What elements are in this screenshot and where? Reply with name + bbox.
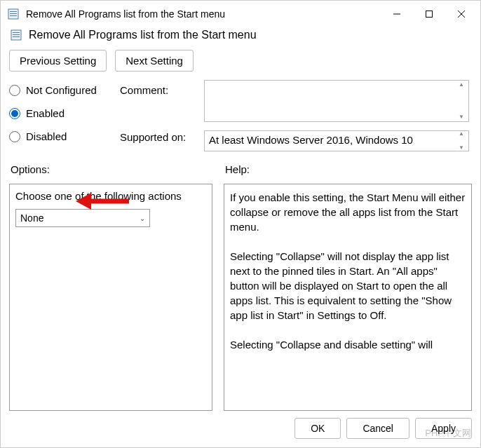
radio-not-configured[interactable]: Not Configured (9, 84, 120, 96)
footer: OK Cancel Apply (1, 411, 480, 447)
radio-enabled[interactable]: Enabled (9, 107, 120, 119)
maximize-button[interactable] (413, 3, 445, 25)
help-box: If you enable this setting, the Start Me… (224, 184, 472, 411)
help-pane: Help: If you enable this setting, the St… (224, 163, 472, 411)
scroll-down-icon[interactable]: ▼ (459, 114, 467, 120)
config-area: Not Configured Enabled Disabled Comment:… (1, 80, 480, 154)
svg-rect-5 (426, 11, 433, 18)
scroll-down-icon[interactable]: ▼ (459, 145, 467, 151)
radio-label: Enabled (26, 107, 65, 119)
ok-button[interactable]: OK (294, 418, 341, 439)
svg-rect-10 (13, 34, 20, 35)
close-button[interactable] (445, 3, 477, 25)
radio-label: Not Configured (26, 84, 97, 96)
svg-rect-9 (13, 32, 20, 33)
radio-label: Disabled (26, 130, 67, 142)
window-controls (381, 3, 477, 25)
labels-col: Comment: Supported on: (120, 80, 204, 143)
header-title: Remove All Programs list from the Start … (29, 29, 257, 41)
annotation-arrow-icon (74, 189, 130, 214)
comment-label: Comment: (120, 84, 204, 96)
supported-value: At least Windows Server 2016, Windows 10 (209, 134, 413, 146)
supported-on-field[interactable]: At least Windows Server 2016, Windows 10… (204, 130, 469, 151)
options-box: Choose one of the following actions None… (9, 184, 212, 411)
scroll-up-icon[interactable]: ▲ (459, 131, 467, 137)
fields-col: ▲ ▼ At least Windows Server 2016, Window… (204, 80, 472, 151)
apply-button[interactable]: Apply (415, 418, 472, 439)
comment-textarea[interactable]: ▲ ▼ (204, 80, 469, 122)
svg-rect-2 (10, 13, 17, 14)
combo-value: None (20, 212, 43, 224)
next-setting-button[interactable]: Next Setting (115, 50, 194, 72)
chevron-down-icon: ⌄ (140, 215, 145, 222)
previous-setting-button[interactable]: Previous Setting (9, 50, 107, 72)
scroll-up-icon[interactable]: ▲ (459, 82, 467, 88)
radio-icon (9, 131, 20, 142)
titlebar: Remove All Programs list from the Start … (1, 1, 480, 27)
help-title: Help: (224, 163, 472, 175)
cancel-button[interactable]: Cancel (346, 418, 409, 439)
window-title: Remove All Programs list from the Start … (26, 8, 381, 20)
svg-rect-11 (13, 36, 20, 37)
nav-row: Previous Setting Next Setting (1, 46, 480, 80)
radio-disabled[interactable]: Disabled (9, 130, 120, 142)
svg-rect-1 (10, 11, 17, 12)
svg-marker-13 (76, 193, 91, 210)
dialog-window: Remove All Programs list from the Start … (0, 0, 481, 448)
radio-group: Not Configured Enabled Disabled (9, 80, 120, 154)
supported-label: Supported on: (120, 131, 204, 143)
help-text: If you enable this setting, the Start Me… (230, 190, 466, 352)
radio-icon (9, 108, 20, 119)
radio-icon (9, 85, 20, 96)
header-row: Remove All Programs list from the Start … (1, 27, 480, 46)
policy-icon (11, 29, 22, 41)
options-title: Options: (9, 163, 212, 175)
policy-icon (8, 8, 19, 20)
svg-rect-3 (10, 15, 17, 16)
panes: Options: Choose one of the following act… (1, 154, 480, 411)
minimize-button[interactable] (381, 3, 413, 25)
